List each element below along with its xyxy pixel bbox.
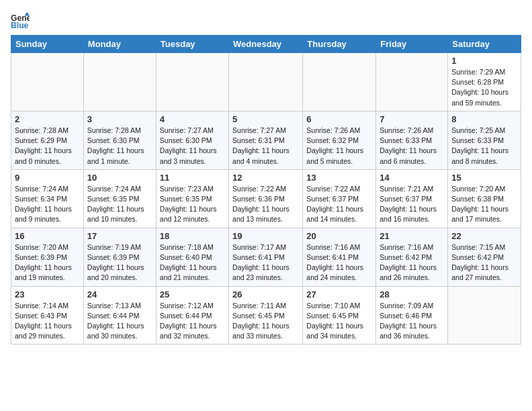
calendar-cell: 17Sunrise: 7:19 AM Sunset: 6:39 PM Dayli… xyxy=(83,228,156,286)
day-number: 18 xyxy=(160,231,225,241)
calendar-cell: 4Sunrise: 7:27 AM Sunset: 6:30 PM Daylig… xyxy=(156,111,228,169)
day-number: 2 xyxy=(15,114,80,124)
weekday-header-cell: Sunday xyxy=(11,36,84,53)
calendar-cell xyxy=(11,53,84,111)
day-info: Sunrise: 7:18 AM Sunset: 6:40 PM Dayligh… xyxy=(160,242,225,283)
day-number: 26 xyxy=(232,289,299,300)
calendar-cell: 1Sunrise: 7:29 AM Sunset: 6:28 PM Daylig… xyxy=(448,53,521,111)
day-number: 5 xyxy=(232,114,299,124)
calendar-cell xyxy=(303,53,376,111)
calendar-cell: 9Sunrise: 7:24 AM Sunset: 6:34 PM Daylig… xyxy=(11,169,84,228)
calendar-cell: 22Sunrise: 7:15 AM Sunset: 6:42 PM Dayli… xyxy=(448,228,521,286)
calendar-cell xyxy=(448,286,521,345)
day-info: Sunrise: 7:10 AM Sunset: 6:45 PM Dayligh… xyxy=(306,301,372,342)
day-number: 8 xyxy=(451,114,517,124)
calendar-cell: 13Sunrise: 7:22 AM Sunset: 6:37 PM Dayli… xyxy=(303,169,376,228)
calendar-cell: 7Sunrise: 7:26 AM Sunset: 6:33 PM Daylig… xyxy=(376,111,448,169)
day-info: Sunrise: 7:24 AM Sunset: 6:35 PM Dayligh… xyxy=(87,184,152,225)
day-info: Sunrise: 7:15 AM Sunset: 6:42 PM Dayligh… xyxy=(451,242,517,283)
day-number: 4 xyxy=(160,114,225,124)
day-info: Sunrise: 7:29 AM Sunset: 6:28 PM Dayligh… xyxy=(451,67,517,108)
calendar-cell: 10Sunrise: 7:24 AM Sunset: 6:35 PM Dayli… xyxy=(83,169,156,228)
day-number: 28 xyxy=(380,289,444,300)
weekday-header-cell: Thursday xyxy=(303,36,376,53)
day-info: Sunrise: 7:25 AM Sunset: 6:33 PM Dayligh… xyxy=(451,126,517,167)
logo-icon: General Blue xyxy=(11,11,30,30)
day-number: 14 xyxy=(380,173,444,183)
calendar-cell: 18Sunrise: 7:18 AM Sunset: 6:40 PM Dayli… xyxy=(156,228,228,286)
calendar-cell: 12Sunrise: 7:22 AM Sunset: 6:36 PM Dayli… xyxy=(229,169,303,228)
weekday-header-row: SundayMondayTuesdayWednesdayThursdayFrid… xyxy=(11,36,521,53)
calendar-cell: 19Sunrise: 7:17 AM Sunset: 6:41 PM Dayli… xyxy=(229,228,303,286)
day-info: Sunrise: 7:22 AM Sunset: 6:36 PM Dayligh… xyxy=(232,184,299,225)
calendar-cell: 2Sunrise: 7:28 AM Sunset: 6:29 PM Daylig… xyxy=(11,111,84,169)
calendar-cell: 26Sunrise: 7:11 AM Sunset: 6:45 PM Dayli… xyxy=(229,286,303,345)
day-number: 23 xyxy=(15,289,80,300)
day-info: Sunrise: 7:20 AM Sunset: 6:39 PM Dayligh… xyxy=(15,242,80,283)
day-info: Sunrise: 7:17 AM Sunset: 6:41 PM Dayligh… xyxy=(232,242,299,283)
day-number: 17 xyxy=(87,231,152,241)
day-number: 19 xyxy=(232,231,299,241)
day-number: 27 xyxy=(306,289,372,300)
svg-text:Blue: Blue xyxy=(11,21,29,30)
calendar-table: SundayMondayTuesdayWednesdayThursdayFrid… xyxy=(11,35,521,345)
calendar-cell: 27Sunrise: 7:10 AM Sunset: 6:45 PM Dayli… xyxy=(303,286,376,345)
day-number: 16 xyxy=(15,231,80,241)
calendar-cell xyxy=(156,53,228,111)
page-header: General Blue xyxy=(11,11,521,30)
calendar-cell: 25Sunrise: 7:12 AM Sunset: 6:44 PM Dayli… xyxy=(156,286,228,345)
calendar-cell: 15Sunrise: 7:20 AM Sunset: 6:38 PM Dayli… xyxy=(448,169,521,228)
day-number: 11 xyxy=(160,173,225,183)
day-number: 25 xyxy=(160,289,225,300)
day-number: 22 xyxy=(451,231,517,241)
calendar-cell: 16Sunrise: 7:20 AM Sunset: 6:39 PM Dayli… xyxy=(11,228,84,286)
day-info: Sunrise: 7:21 AM Sunset: 6:37 PM Dayligh… xyxy=(380,184,444,225)
calendar-week-row: 23Sunrise: 7:14 AM Sunset: 6:43 PM Dayli… xyxy=(11,286,521,345)
day-number: 24 xyxy=(87,289,152,300)
calendar-cell: 8Sunrise: 7:25 AM Sunset: 6:33 PM Daylig… xyxy=(448,111,521,169)
day-info: Sunrise: 7:23 AM Sunset: 6:35 PM Dayligh… xyxy=(160,184,225,225)
day-info: Sunrise: 7:09 AM Sunset: 6:46 PM Dayligh… xyxy=(380,301,444,342)
day-info: Sunrise: 7:20 AM Sunset: 6:38 PM Dayligh… xyxy=(451,184,517,225)
day-info: Sunrise: 7:26 AM Sunset: 6:32 PM Dayligh… xyxy=(306,126,372,167)
day-number: 21 xyxy=(380,231,444,241)
calendar-cell xyxy=(83,53,156,111)
weekday-header-cell: Monday xyxy=(83,36,156,53)
day-number: 10 xyxy=(87,173,152,183)
calendar-cell: 23Sunrise: 7:14 AM Sunset: 6:43 PM Dayli… xyxy=(11,286,84,345)
day-number: 20 xyxy=(306,231,372,241)
calendar-cell xyxy=(229,53,303,111)
day-info: Sunrise: 7:16 AM Sunset: 6:42 PM Dayligh… xyxy=(380,242,444,283)
calendar-cell: 14Sunrise: 7:21 AM Sunset: 6:37 PM Dayli… xyxy=(376,169,448,228)
calendar-week-row: 9Sunrise: 7:24 AM Sunset: 6:34 PM Daylig… xyxy=(11,169,521,228)
calendar-week-row: 1Sunrise: 7:29 AM Sunset: 6:28 PM Daylig… xyxy=(11,53,521,111)
day-info: Sunrise: 7:14 AM Sunset: 6:43 PM Dayligh… xyxy=(15,301,80,342)
day-info: Sunrise: 7:16 AM Sunset: 6:41 PM Dayligh… xyxy=(306,242,372,283)
day-info: Sunrise: 7:12 AM Sunset: 6:44 PM Dayligh… xyxy=(160,301,225,342)
calendar-cell: 6Sunrise: 7:26 AM Sunset: 6:32 PM Daylig… xyxy=(303,111,376,169)
day-number: 1 xyxy=(451,56,517,66)
calendar-cell xyxy=(376,53,448,111)
day-number: 7 xyxy=(380,114,444,124)
weekday-header-cell: Wednesday xyxy=(229,36,303,53)
day-number: 6 xyxy=(306,114,372,124)
day-info: Sunrise: 7:24 AM Sunset: 6:34 PM Dayligh… xyxy=(15,184,80,225)
calendar-cell: 20Sunrise: 7:16 AM Sunset: 6:41 PM Dayli… xyxy=(303,228,376,286)
day-info: Sunrise: 7:28 AM Sunset: 6:30 PM Dayligh… xyxy=(87,126,152,167)
calendar-cell: 11Sunrise: 7:23 AM Sunset: 6:35 PM Dayli… xyxy=(156,169,228,228)
weekday-header-cell: Friday xyxy=(376,36,448,53)
day-info: Sunrise: 7:27 AM Sunset: 6:31 PM Dayligh… xyxy=(232,126,299,167)
day-info: Sunrise: 7:28 AM Sunset: 6:29 PM Dayligh… xyxy=(15,126,80,167)
day-info: Sunrise: 7:22 AM Sunset: 6:37 PM Dayligh… xyxy=(306,184,372,225)
weekday-header-cell: Tuesday xyxy=(156,36,228,53)
day-number: 3 xyxy=(87,114,152,124)
day-number: 12 xyxy=(232,173,299,183)
calendar-week-row: 16Sunrise: 7:20 AM Sunset: 6:39 PM Dayli… xyxy=(11,228,521,286)
day-info: Sunrise: 7:27 AM Sunset: 6:30 PM Dayligh… xyxy=(160,126,225,167)
calendar-cell: 3Sunrise: 7:28 AM Sunset: 6:30 PM Daylig… xyxy=(83,111,156,169)
calendar-cell: 24Sunrise: 7:13 AM Sunset: 6:44 PM Dayli… xyxy=(83,286,156,345)
day-info: Sunrise: 7:26 AM Sunset: 6:33 PM Dayligh… xyxy=(380,126,444,167)
calendar-cell: 5Sunrise: 7:27 AM Sunset: 6:31 PM Daylig… xyxy=(229,111,303,169)
calendar-week-row: 2Sunrise: 7:28 AM Sunset: 6:29 PM Daylig… xyxy=(11,111,521,169)
day-info: Sunrise: 7:19 AM Sunset: 6:39 PM Dayligh… xyxy=(87,242,152,283)
